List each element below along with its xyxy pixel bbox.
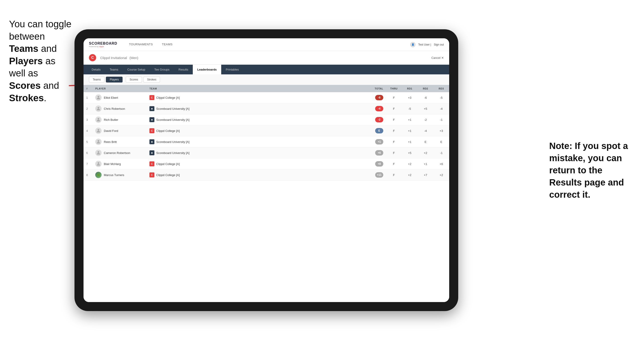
- cell-rd3: -1: [434, 148, 449, 159]
- col-header-rank: #: [84, 85, 92, 92]
- table-row[interactable]: 5 Rees Britt ■ Scoreboard University [A]…: [84, 136, 449, 148]
- cell-rd2: -6: [418, 92, 434, 103]
- nav-tab-teams[interactable]: TEAMS: [157, 38, 177, 51]
- table-row[interactable]: 7 Blair McHarg C Clippd College [A] +8 F…: [84, 159, 449, 170]
- cell-team: ■ Scoreboard University [A]: [147, 114, 232, 125]
- cell-team: ■ Scoreboard University [A]: [147, 136, 232, 148]
- table-body: 1 Elliot Ebert C Clippd College [A] -8 F…: [84, 92, 449, 180]
- cell-rd3: -5: [434, 92, 449, 103]
- cell-rd3: E: [434, 136, 449, 148]
- cell-total: -8: [232, 92, 386, 103]
- tablet-frame: SCOREBOARD Powered by clippd TOURNAMENTS…: [74, 29, 458, 311]
- tab-tee-groups[interactable]: Tee Groups: [150, 65, 174, 74]
- tab-teams[interactable]: Teams: [105, 65, 123, 74]
- cell-player: Cameron Robertson: [92, 148, 147, 159]
- cell-rd1: +5: [402, 148, 418, 159]
- cell-team: C Clippd College [A]: [147, 92, 232, 103]
- cell-player: Chris Robertson: [92, 103, 147, 114]
- cell-rd3: -1: [434, 114, 449, 125]
- cell-rd3: +3: [434, 125, 449, 136]
- col-header-total: TOTAL: [232, 85, 386, 92]
- col-header-rd1: RD1: [402, 85, 418, 92]
- cell-total: E: [232, 125, 386, 136]
- svg-point-6: [98, 151, 99, 153]
- cell-rank: 7: [84, 159, 92, 170]
- right-annotation: Note: If you spot a mistake, you can ret…: [549, 140, 635, 201]
- cell-rank: 6: [84, 148, 92, 159]
- table-row[interactable]: 6 Cameron Robertson ■ Scoreboard Univers…: [84, 148, 449, 159]
- toggle-bar: Teams Players Scores Strokes: [84, 74, 449, 85]
- leaderboard-table: # PLAYER TEAM TOTAL THRU RD1 RD2 RD3 1 E…: [84, 85, 449, 180]
- sign-out-link[interactable]: Sign out: [434, 43, 444, 46]
- cell-player: David Ford: [92, 125, 147, 136]
- cell-total: +8: [232, 159, 386, 170]
- cell-rd2: +2: [418, 148, 434, 159]
- nav-tab-tournaments[interactable]: TOURNAMENTS: [124, 38, 158, 51]
- cell-rd1: +1: [402, 136, 418, 148]
- cell-team: ■ Scoreboard University [A]: [147, 148, 232, 159]
- toggle-scores-button[interactable]: Scores: [126, 77, 142, 82]
- table-row[interactable]: 4 David Ford C Clippd College [A] E F +1…: [84, 125, 449, 136]
- cell-player: 🌿 Marcus Turners: [92, 170, 147, 180]
- cell-thru: F: [386, 92, 402, 103]
- col-header-player: PLAYER: [92, 85, 147, 92]
- table-row[interactable]: 2 Chris Robertson ■ Scoreboard Universit…: [84, 103, 449, 114]
- cell-rd2: E: [418, 136, 434, 148]
- cell-player: Elliot Ebert: [92, 92, 147, 103]
- tab-printables[interactable]: Printables: [221, 65, 243, 74]
- cell-team: C Clippd College [A]: [147, 170, 232, 180]
- nav-right: 👤 Test User | Sign out: [410, 42, 444, 47]
- tab-course-setup[interactable]: Course Setup: [123, 65, 150, 74]
- toggle-players-button[interactable]: Players: [106, 77, 122, 82]
- svg-point-2: [98, 107, 99, 109]
- cell-total: +11: [232, 170, 386, 180]
- toggle-strokes-button[interactable]: Strokes: [143, 77, 160, 82]
- col-header-thru: THRU: [386, 85, 402, 92]
- tab-details[interactable]: Details: [87, 65, 105, 74]
- cell-rd3: +6: [434, 159, 449, 170]
- cell-rank: 2: [84, 103, 92, 114]
- cell-rank: 3: [84, 114, 92, 125]
- cell-rd1: +2: [402, 170, 418, 180]
- user-label: Test User |: [418, 43, 431, 46]
- cell-rank: 4: [84, 125, 92, 136]
- cell-thru: F: [386, 136, 402, 148]
- sub-nav: Details Teams Course Setup Tee Groups Re…: [84, 65, 449, 74]
- main-nav-tabs: TOURNAMENTS TEAMS: [124, 38, 177, 51]
- logo-title: SCOREBOARD: [89, 41, 118, 45]
- svg-point-3: [98, 118, 99, 120]
- cancel-button[interactable]: Cancel ✕: [431, 56, 444, 59]
- tournament-icon: C: [89, 54, 96, 61]
- svg-point-5: [98, 140, 99, 142]
- svg-point-7: [98, 162, 99, 164]
- cell-team: C Clippd College [A]: [147, 159, 232, 170]
- leaderboard-table-container[interactable]: # PLAYER TEAM TOTAL THRU RD1 RD2 RD3 1 E…: [84, 85, 449, 302]
- cell-total: -4: [232, 103, 386, 114]
- table-row[interactable]: 3 Rich Butler ■ Scoreboard University [A…: [84, 114, 449, 125]
- tournament-header: C Clippd Invitational (Men) Cancel ✕: [84, 51, 449, 65]
- table-row[interactable]: 8 🌿 Marcus Turners C Clippd College [A] …: [84, 170, 449, 180]
- cell-rd2: +1: [418, 159, 434, 170]
- cell-total: +1: [232, 136, 386, 148]
- cell-rank: 8: [84, 170, 92, 180]
- cell-thru: F: [386, 103, 402, 114]
- cell-rank: 1: [84, 92, 92, 103]
- svg-point-4: [98, 129, 99, 131]
- tab-leaderboards[interactable]: Leaderboards: [193, 65, 221, 74]
- cell-rd2: -4: [418, 125, 434, 136]
- toggle-teams-button[interactable]: Teams: [89, 77, 104, 82]
- cell-player: Rees Britt: [92, 136, 147, 148]
- cell-rd2: +5: [418, 103, 434, 114]
- tournament-name: Clippd Invitational (Men): [99, 55, 138, 60]
- logo-area: SCOREBOARD Powered by clippd: [89, 41, 118, 48]
- cell-player: Blair McHarg: [92, 159, 147, 170]
- logo-sub: Powered by clippd: [89, 45, 118, 48]
- col-header-team: TEAM: [147, 85, 232, 92]
- svg-point-1: [98, 96, 99, 98]
- cell-rd1: +1: [402, 114, 418, 125]
- cell-team: C Clippd College [A]: [147, 125, 232, 136]
- cell-rd1: -5: [402, 103, 418, 114]
- table-row[interactable]: 1 Elliot Ebert C Clippd College [A] -8 F…: [84, 92, 449, 103]
- tab-results[interactable]: Results: [174, 65, 193, 74]
- top-nav: SCOREBOARD Powered by clippd TOURNAMENTS…: [84, 38, 449, 51]
